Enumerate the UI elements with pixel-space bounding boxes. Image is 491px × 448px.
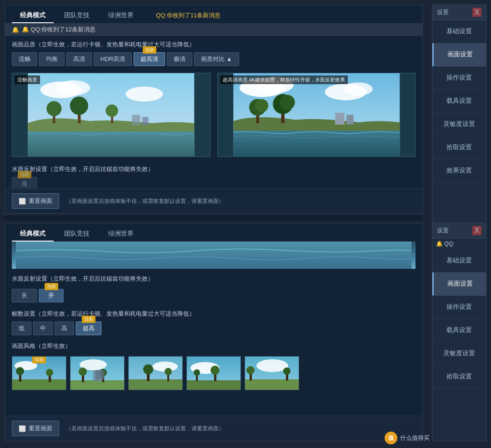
- reset-note-bottom: （若画面设置后游戏体验不佳，或需恢复默认设置，请重置画面）: [66, 425, 224, 433]
- svg-rect-28: [16, 242, 411, 269]
- preview-smooth-label: 流畅画质: [15, 76, 40, 84]
- reset-bar-bottom: ⬜ 重置画面 （若画面设置后游戏体验不佳，或需恢复默认设置，请重置画面）: [5, 416, 422, 441]
- bell-icon: 🔔: [12, 26, 19, 33]
- water-on-label: 开: [48, 292, 54, 299]
- fps-medium[interactable]: 中: [33, 322, 53, 335]
- quality-label: 画面品质（立即生效，若运行卡顿、发热量和耗电量过大可适当降低）: [5, 36, 422, 52]
- fps-high[interactable]: 高: [55, 322, 74, 335]
- sidebar-item-vehicle[interactable]: 载具设置: [432, 90, 486, 113]
- notification-bar-top: 🔔 🔔 QQ:你收到了12条新消息: [5, 23, 422, 36]
- reset-icon: ⬜: [19, 198, 26, 205]
- current-badge-water: 当前: [45, 283, 58, 290]
- svg-point-7: [70, 96, 88, 115]
- svg-rect-54: [187, 380, 241, 390]
- svg-point-40: [79, 367, 87, 376]
- svg-point-2: [57, 81, 90, 96]
- fps-low[interactable]: 低: [12, 322, 31, 335]
- water-label-top: 水面反射设置（立即生效，开启后抗锯齿功能将失效）: [5, 161, 422, 177]
- sidebar-item-vehicle-b[interactable]: 载具设置: [432, 319, 486, 342]
- panel-separator: [5, 216, 423, 220]
- svg-point-35: [46, 369, 53, 376]
- svg-rect-11: [132, 115, 140, 126]
- reset-button-bottom[interactable]: ⬜ 重置画面: [12, 421, 59, 436]
- watermark: 值 什么值得买: [385, 432, 430, 444]
- svg-point-17: [343, 82, 372, 96]
- svg-rect-25: [335, 113, 344, 125]
- svg-point-56: [210, 366, 220, 375]
- close-button-bottom[interactable]: X: [472, 226, 481, 235]
- partial-preview: [12, 242, 416, 269]
- reset-button-top[interactable]: ⬜ 重置画面: [12, 193, 59, 209]
- quality-compare[interactable]: 画质对比 ▲: [194, 52, 239, 66]
- style-previews: 当前: [5, 352, 422, 393]
- sidebar-item-basic[interactable]: 基础设置: [432, 20, 486, 43]
- quality-hdr[interactable]: HDR高清: [94, 52, 132, 66]
- svg-point-23: [280, 95, 295, 110]
- svg-rect-12: [142, 117, 149, 125]
- reset-label-top: 重置画面: [29, 197, 52, 205]
- qq-notification-sidebar: 🔔 QQ:: [432, 238, 486, 249]
- reset-note-top: （若画面设置后游戏体验不佳，或需恢复默认设置，请重置画面）: [66, 197, 224, 205]
- svg-point-9: [105, 105, 118, 117]
- sidebar-item-pickup[interactable]: 拾取设置: [432, 136, 486, 159]
- current-badge-quality: 当前: [143, 46, 156, 54]
- sidebar-item-sensitivity-b[interactable]: 灵敏度设置: [432, 342, 486, 365]
- sidebar-item-pickup-b[interactable]: 拾取设置: [432, 365, 486, 388]
- svg-point-3: [125, 86, 163, 101]
- sidebar-header: 设置 X: [432, 5, 486, 20]
- svg-rect-47: [129, 379, 183, 390]
- reset-icon-bottom: ⬜: [19, 425, 26, 432]
- sidebar-item-display-b[interactable]: 画面设置: [432, 272, 486, 296]
- quality-hd[interactable]: 高清: [66, 52, 92, 66]
- notification-text-top: 🔔 QQ:你收到了12条新消息: [22, 25, 95, 34]
- water-on-btn[interactable]: 当前 开: [39, 289, 64, 302]
- reset-label-bottom: 重置画面: [29, 424, 52, 433]
- top-tabs: 经典模式 团队竞技 绿洲世界 QQ:你收到了11条新消息: [5, 5, 422, 23]
- quality-balanced[interactable]: 均衡: [39, 52, 65, 66]
- sidebar-item-display[interactable]: 画面设置: [432, 43, 486, 66]
- fps-row: 低 中 高 当前 超高: [5, 322, 422, 340]
- sidebar-item-basic-b[interactable]: 基础设置: [432, 249, 486, 272]
- watermark-logo: 值: [385, 432, 397, 444]
- tab-classic-top[interactable]: 经典模式: [12, 9, 54, 23]
- bottom-tabs: 经典模式 团队竞技 绿洲世界: [5, 223, 422, 242]
- tab-team-bottom[interactable]: 团队竞技: [56, 227, 98, 242]
- sidebar-title-bottom: 设置: [437, 227, 449, 235]
- tab-qq-notification-top[interactable]: QQ:你收到了11条新消息: [148, 9, 229, 23]
- style-card-5[interactable]: [245, 356, 299, 390]
- svg-rect-61: [245, 379, 299, 390]
- svg-point-51: [165, 368, 172, 375]
- sidebar-item-effects[interactable]: 效果设置: [432, 159, 486, 182]
- tab-oasis-top[interactable]: 绿洲世界: [100, 9, 142, 23]
- tab-oasis-bottom[interactable]: 绿洲世界: [100, 227, 142, 242]
- close-button[interactable]: X: [472, 8, 481, 17]
- quality-ultrahd[interactable]: 当前 超高清: [134, 52, 165, 66]
- style-card-1[interactable]: 当前: [12, 356, 66, 390]
- preview-ultrahd: 超高清画质 4K建筑贴图，材质特性升级，水面反射效果: [217, 73, 416, 157]
- svg-point-65: [283, 367, 291, 375]
- quality-extreme[interactable]: 极清: [167, 52, 192, 66]
- sidebar-item-controls[interactable]: 操作设置: [432, 66, 486, 90]
- tab-classic-bottom[interactable]: 经典模式: [12, 227, 54, 242]
- preview-area: 流畅画质: [5, 70, 422, 161]
- current-badge-fps: 当前: [82, 316, 95, 323]
- style-card-4[interactable]: [186, 356, 241, 390]
- water-partial-text: 当: [21, 180, 27, 187]
- tab-team-top[interactable]: 团队竞技: [56, 9, 98, 23]
- preview-ultrahd-label: 超高清画质 4K建筑贴图，材质特性升级，水面反射效果: [220, 76, 348, 84]
- preview-smooth: 流畅画质: [12, 73, 210, 157]
- svg-rect-27: [346, 115, 354, 125]
- style-card-2[interactable]: [70, 356, 125, 390]
- sidebar-item-sensitivity[interactable]: 灵敏度设置: [432, 113, 486, 136]
- svg-point-58: [194, 369, 200, 376]
- quality-smooth[interactable]: 流畅: [12, 52, 37, 66]
- sidebar-item-controls-b[interactable]: 操作设置: [432, 296, 486, 319]
- water-label-bottom: 水面反射设置（立即生效，开启后抗锯齿功能将失效）: [5, 271, 422, 287]
- style-card-3[interactable]: [128, 356, 183, 390]
- reset-bar-top: ⬜ 重置画面 （若画面设置后游戏体验不佳，或需恢复默认设置，请重置画面）: [5, 188, 422, 213]
- svg-rect-44: [95, 370, 105, 379]
- top-panel: 经典模式 团队竞技 绿洲世界 QQ:你收到了11条新消息 🔔 🔔 QQ:你收到了…: [5, 5, 423, 214]
- fps-ultrahigh[interactable]: 当前 超高: [76, 322, 101, 335]
- water-off-btn[interactable]: 关: [12, 289, 37, 302]
- bottom-panel: 经典模式 团队竞技 绿洲世界 水面反射设置（立即生效，开启后抗锯齿功能将失效） …: [5, 223, 423, 441]
